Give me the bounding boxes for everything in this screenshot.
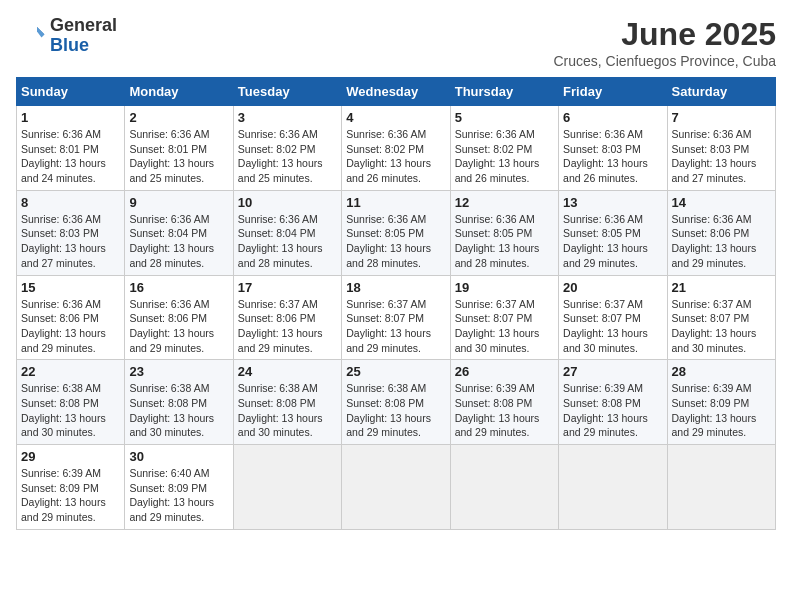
day-info: Sunrise: 6:36 AM Sunset: 8:06 PM Dayligh… (672, 212, 771, 271)
day-number: 29 (21, 449, 120, 464)
calendar-cell: 17Sunrise: 6:37 AM Sunset: 8:06 PM Dayli… (233, 275, 341, 360)
day-number: 12 (455, 195, 554, 210)
day-number: 16 (129, 280, 228, 295)
day-info: Sunrise: 6:37 AM Sunset: 8:07 PM Dayligh… (672, 297, 771, 356)
location-subtitle: Cruces, Cienfuegos Province, Cuba (553, 53, 776, 69)
calendar-cell: 15Sunrise: 6:36 AM Sunset: 8:06 PM Dayli… (17, 275, 125, 360)
day-info: Sunrise: 6:37 AM Sunset: 8:07 PM Dayligh… (455, 297, 554, 356)
day-number: 5 (455, 110, 554, 125)
calendar-week-1: 1Sunrise: 6:36 AM Sunset: 8:01 PM Daylig… (17, 106, 776, 191)
day-number: 21 (672, 280, 771, 295)
logo-general-text: General (50, 16, 117, 36)
calendar-table: Sunday Monday Tuesday Wednesday Thursday… (16, 77, 776, 530)
calendar-cell: 6Sunrise: 6:36 AM Sunset: 8:03 PM Daylig… (559, 106, 667, 191)
day-number: 6 (563, 110, 662, 125)
day-number: 13 (563, 195, 662, 210)
calendar-cell: 26Sunrise: 6:39 AM Sunset: 8:08 PM Dayli… (450, 360, 558, 445)
calendar-cell: 25Sunrise: 6:38 AM Sunset: 8:08 PM Dayli… (342, 360, 450, 445)
calendar-cell: 21Sunrise: 6:37 AM Sunset: 8:07 PM Dayli… (667, 275, 775, 360)
calendar-week-2: 8Sunrise: 6:36 AM Sunset: 8:03 PM Daylig… (17, 190, 776, 275)
day-number: 3 (238, 110, 337, 125)
day-number: 15 (21, 280, 120, 295)
page-header: General Blue June 2025 Cruces, Cienfuego… (16, 16, 776, 69)
calendar-cell: 4Sunrise: 6:36 AM Sunset: 8:02 PM Daylig… (342, 106, 450, 191)
calendar-cell: 11Sunrise: 6:36 AM Sunset: 8:05 PM Dayli… (342, 190, 450, 275)
title-area: June 2025 Cruces, Cienfuegos Province, C… (553, 16, 776, 69)
day-number: 20 (563, 280, 662, 295)
day-info: Sunrise: 6:38 AM Sunset: 8:08 PM Dayligh… (21, 381, 120, 440)
calendar-cell: 13Sunrise: 6:36 AM Sunset: 8:05 PM Dayli… (559, 190, 667, 275)
calendar-cell: 8Sunrise: 6:36 AM Sunset: 8:03 PM Daylig… (17, 190, 125, 275)
day-info: Sunrise: 6:36 AM Sunset: 8:01 PM Dayligh… (21, 127, 120, 186)
calendar-cell (233, 445, 341, 530)
calendar-cell: 24Sunrise: 6:38 AM Sunset: 8:08 PM Dayli… (233, 360, 341, 445)
day-number: 28 (672, 364, 771, 379)
col-wednesday: Wednesday (342, 78, 450, 106)
day-info: Sunrise: 6:36 AM Sunset: 8:06 PM Dayligh… (21, 297, 120, 356)
day-number: 10 (238, 195, 337, 210)
logo-icon (16, 21, 46, 51)
calendar-cell: 16Sunrise: 6:36 AM Sunset: 8:06 PM Dayli… (125, 275, 233, 360)
day-info: Sunrise: 6:39 AM Sunset: 8:08 PM Dayligh… (563, 381, 662, 440)
day-info: Sunrise: 6:39 AM Sunset: 8:09 PM Dayligh… (672, 381, 771, 440)
col-sunday: Sunday (17, 78, 125, 106)
calendar-cell: 7Sunrise: 6:36 AM Sunset: 8:03 PM Daylig… (667, 106, 775, 191)
col-monday: Monday (125, 78, 233, 106)
day-number: 19 (455, 280, 554, 295)
month-title: June 2025 (553, 16, 776, 53)
calendar-week-3: 15Sunrise: 6:36 AM Sunset: 8:06 PM Dayli… (17, 275, 776, 360)
day-number: 18 (346, 280, 445, 295)
day-number: 11 (346, 195, 445, 210)
day-info: Sunrise: 6:36 AM Sunset: 8:02 PM Dayligh… (455, 127, 554, 186)
calendar-cell (342, 445, 450, 530)
col-saturday: Saturday (667, 78, 775, 106)
day-number: 7 (672, 110, 771, 125)
calendar-cell (559, 445, 667, 530)
calendar-cell: 10Sunrise: 6:36 AM Sunset: 8:04 PM Dayli… (233, 190, 341, 275)
day-info: Sunrise: 6:36 AM Sunset: 8:04 PM Dayligh… (238, 212, 337, 271)
calendar-cell: 30Sunrise: 6:40 AM Sunset: 8:09 PM Dayli… (125, 445, 233, 530)
day-info: Sunrise: 6:37 AM Sunset: 8:07 PM Dayligh… (346, 297, 445, 356)
day-number: 24 (238, 364, 337, 379)
day-number: 23 (129, 364, 228, 379)
calendar-cell: 18Sunrise: 6:37 AM Sunset: 8:07 PM Dayli… (342, 275, 450, 360)
calendar-cell: 22Sunrise: 6:38 AM Sunset: 8:08 PM Dayli… (17, 360, 125, 445)
calendar-cell: 9Sunrise: 6:36 AM Sunset: 8:04 PM Daylig… (125, 190, 233, 275)
day-number: 14 (672, 195, 771, 210)
day-info: Sunrise: 6:36 AM Sunset: 8:02 PM Dayligh… (238, 127, 337, 186)
day-info: Sunrise: 6:36 AM Sunset: 8:01 PM Dayligh… (129, 127, 228, 186)
logo-blue-text: Blue (50, 36, 117, 56)
day-info: Sunrise: 6:38 AM Sunset: 8:08 PM Dayligh… (238, 381, 337, 440)
day-number: 8 (21, 195, 120, 210)
calendar-cell: 23Sunrise: 6:38 AM Sunset: 8:08 PM Dayli… (125, 360, 233, 445)
day-info: Sunrise: 6:36 AM Sunset: 8:05 PM Dayligh… (455, 212, 554, 271)
day-info: Sunrise: 6:36 AM Sunset: 8:06 PM Dayligh… (129, 297, 228, 356)
logo: General Blue (16, 16, 117, 56)
day-info: Sunrise: 6:40 AM Sunset: 8:09 PM Dayligh… (129, 466, 228, 525)
day-info: Sunrise: 6:37 AM Sunset: 8:06 PM Dayligh… (238, 297, 337, 356)
calendar-cell (450, 445, 558, 530)
day-info: Sunrise: 6:36 AM Sunset: 8:04 PM Dayligh… (129, 212, 228, 271)
day-info: Sunrise: 6:36 AM Sunset: 8:05 PM Dayligh… (346, 212, 445, 271)
day-number: 27 (563, 364, 662, 379)
day-number: 25 (346, 364, 445, 379)
calendar-cell: 1Sunrise: 6:36 AM Sunset: 8:01 PM Daylig… (17, 106, 125, 191)
day-number: 26 (455, 364, 554, 379)
day-number: 4 (346, 110, 445, 125)
day-number: 2 (129, 110, 228, 125)
calendar-cell: 20Sunrise: 6:37 AM Sunset: 8:07 PM Dayli… (559, 275, 667, 360)
col-friday: Friday (559, 78, 667, 106)
calendar-cell: 14Sunrise: 6:36 AM Sunset: 8:06 PM Dayli… (667, 190, 775, 275)
calendar-header-row: Sunday Monday Tuesday Wednesday Thursday… (17, 78, 776, 106)
day-info: Sunrise: 6:36 AM Sunset: 8:03 PM Dayligh… (563, 127, 662, 186)
calendar-week-4: 22Sunrise: 6:38 AM Sunset: 8:08 PM Dayli… (17, 360, 776, 445)
day-info: Sunrise: 6:36 AM Sunset: 8:02 PM Dayligh… (346, 127, 445, 186)
day-number: 17 (238, 280, 337, 295)
day-info: Sunrise: 6:38 AM Sunset: 8:08 PM Dayligh… (346, 381, 445, 440)
day-info: Sunrise: 6:36 AM Sunset: 8:03 PM Dayligh… (21, 212, 120, 271)
calendar-cell: 5Sunrise: 6:36 AM Sunset: 8:02 PM Daylig… (450, 106, 558, 191)
calendar-cell: 3Sunrise: 6:36 AM Sunset: 8:02 PM Daylig… (233, 106, 341, 191)
calendar-cell: 2Sunrise: 6:36 AM Sunset: 8:01 PM Daylig… (125, 106, 233, 191)
day-number: 9 (129, 195, 228, 210)
day-info: Sunrise: 6:39 AM Sunset: 8:09 PM Dayligh… (21, 466, 120, 525)
